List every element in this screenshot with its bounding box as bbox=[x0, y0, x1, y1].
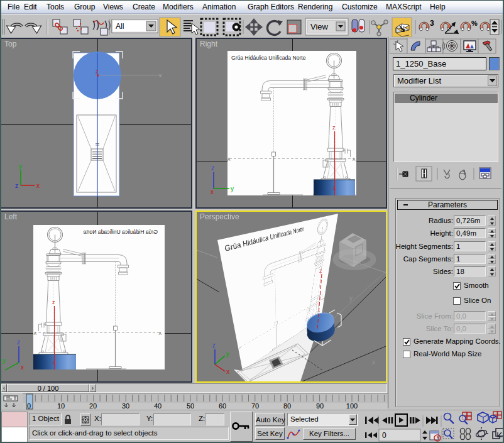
svg-text:x: x bbox=[36, 182, 40, 189]
svg-text:x: x bbox=[53, 359, 56, 366]
svg-text:%: % bbox=[471, 19, 478, 27]
svg-text:z: z bbox=[332, 124, 336, 131]
svg-text:y: y bbox=[226, 351, 229, 358]
svg-text:50: 50 bbox=[187, 402, 194, 410]
svg-text:100: 100 bbox=[346, 402, 358, 410]
svg-text:90: 90 bbox=[316, 402, 324, 410]
svg-text:z: z bbox=[211, 165, 214, 172]
svg-text:z: z bbox=[52, 299, 55, 305]
svg-text:y: y bbox=[231, 185, 234, 192]
svg-text:z: z bbox=[319, 268, 322, 274]
svg-text:View: View bbox=[310, 22, 329, 31]
svg-text:x: x bbox=[333, 185, 336, 191]
svg-text:80: 80 bbox=[283, 402, 291, 410]
svg-text:30: 30 bbox=[122, 402, 129, 410]
svg-text:z: z bbox=[15, 182, 18, 189]
svg-text:z: z bbox=[96, 68, 99, 75]
svg-text:Grúa Hidáulica Unificada Norte: Grúa Hidáulica Unificada Norte bbox=[83, 229, 158, 235]
svg-text:0: 0 bbox=[382, 431, 386, 440]
svg-text:0: 0 bbox=[27, 402, 31, 410]
svg-text:z: z bbox=[212, 342, 216, 349]
svg-text:y: y bbox=[19, 163, 22, 170]
svg-text:All: All bbox=[116, 22, 124, 31]
svg-text:20: 20 bbox=[89, 402, 97, 410]
svg-text:x: x bbox=[159, 72, 162, 79]
svg-text:3: 3 bbox=[430, 19, 434, 28]
svg-text:10: 10 bbox=[57, 402, 65, 410]
svg-text:60: 60 bbox=[219, 402, 226, 410]
svg-text:z: z bbox=[17, 339, 20, 346]
svg-text:x: x bbox=[211, 189, 214, 195]
svg-text:70: 70 bbox=[251, 402, 259, 410]
svg-text:y: y bbox=[3, 357, 6, 364]
svg-text:Grúa Hidáulica Unificada Norte: Grúa Hidáulica Unificada Norte bbox=[231, 55, 306, 61]
svg-text:x: x bbox=[21, 364, 24, 371]
svg-text:x: x bbox=[226, 368, 229, 375]
svg-text:40: 40 bbox=[154, 402, 162, 410]
